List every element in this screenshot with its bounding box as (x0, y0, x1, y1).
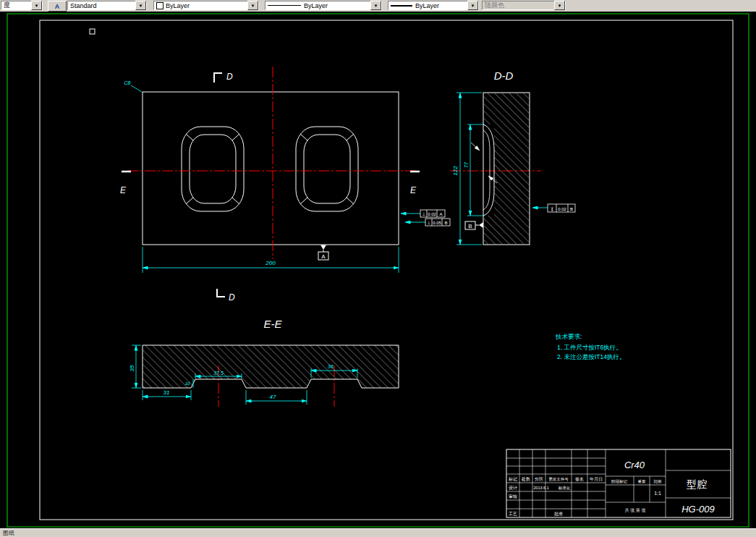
section-label-d-bottom: D (229, 292, 235, 303)
tol1-symbol: ⊥ (422, 212, 425, 216)
tol1-value: 0.02 (428, 212, 436, 216)
dim-ee-right-pocket: 36 (328, 364, 334, 369)
linetype-dropdown[interactable]: ByLayer ▼ (265, 1, 382, 10)
tb-zone: 分区 (535, 476, 543, 481)
grip-point[interactable] (90, 29, 95, 34)
tb-approve: 批准 (554, 512, 563, 517)
plot-style-dropdown: 随颜色 ▼ (482, 1, 566, 10)
color-value: ByLayer (166, 2, 190, 9)
tech-req-title: 技术要求: (555, 333, 582, 340)
color-dropdown[interactable]: ByLayer ▼ (153, 1, 259, 10)
dd-label: D-D (494, 69, 514, 82)
tb-mark: 标记 (508, 476, 517, 482)
text-style-dropdown[interactable]: Standard ▼ (67, 1, 147, 10)
chevron-down-icon[interactable]: ▼ (467, 1, 478, 10)
drawing-canvas[interactable]: D D E E 200 C8 A ⊥ 0.02 A ⊥ 0.0 (0, 12, 756, 528)
tb-count: 处数 (521, 476, 530, 482)
datum-b-label: B (468, 223, 472, 229)
dim-style-value: 度 (4, 1, 10, 10)
tol2-symbol: ⊥ (427, 221, 430, 225)
plan-dimensions: 200 C8 (124, 80, 399, 273)
dim-plan-width: 200 (265, 260, 276, 266)
plan-tolerance-frames: ⊥ 0.02 A ⊥ 0.05 B (401, 210, 450, 226)
section-label-e-left: E (120, 185, 127, 195)
dim-ee-left-offset: 31 (163, 389, 170, 396)
tb-scale: 比例 (654, 479, 662, 484)
tb-weight: 重量 (638, 479, 647, 483)
lineweight-value: ByLayer (415, 2, 439, 9)
tb-sheets: 共 张 第 张 (624, 508, 645, 513)
tb-part-name: 型腔 (687, 478, 707, 490)
tech-requirements: 技术要求: 1. 工件尺寸按IT6执行。 2. 未注公差按IT14执行。 (555, 333, 625, 360)
status-bar: 图纸 (0, 528, 756, 537)
linetype-value: ByLayer (304, 2, 328, 9)
tech-req-line1: 1. 工件尺寸按IT6执行。 (557, 344, 622, 351)
tb-design-date: 2013.6.1 (533, 486, 548, 490)
tb-standard: 标准化 (558, 486, 571, 491)
dim-dd-pocket: 77 (464, 161, 469, 168)
tol1-datum: A (439, 212, 442, 216)
drawing-area[interactable]: D D E E 200 C8 A ⊥ 0.02 A ⊥ 0.0 (0, 12, 756, 528)
tb-scale-value: 1:1 (654, 491, 661, 496)
tb-change-doc: 更改文件号 (548, 477, 569, 481)
chevron-down-icon[interactable]: ▼ (247, 1, 258, 10)
plan-view (143, 92, 399, 245)
text-style-value: Standard (70, 2, 97, 9)
viewport-border (7, 14, 749, 527)
dd-section: D-D 122 77 B ∥ 0.02 B (452, 69, 575, 245)
chamfer-note: C8 (124, 80, 131, 85)
tb-date: 年月日 (590, 477, 603, 482)
datum-a: A (318, 245, 328, 261)
section-label-e-right: E (410, 185, 417, 195)
dim-ee-chamfer: 10 (185, 381, 190, 386)
tech-req-line2: 2. 未注公差按IT14执行。 (557, 353, 625, 360)
text-style-icon: A (55, 3, 60, 10)
tol3-symbol: ∥ (551, 207, 553, 212)
dim-ee-height: 35 (129, 365, 135, 371)
plot-style-value: 随颜色 (485, 1, 504, 10)
layout-tab[interactable]: 图纸 (3, 529, 14, 537)
section-label-d-top: D (226, 72, 233, 82)
chevron-down-icon: ▼ (554, 1, 565, 10)
tb-drawing-no: HG-009 (681, 504, 715, 515)
ee-section: E-E 35 31 10 37.5 47 36 (129, 318, 399, 405)
tb-check: 审核 (509, 494, 517, 499)
chevron-down-icon[interactable]: ▼ (31, 1, 42, 10)
tol3-datum: B (570, 207, 573, 211)
text-style-button[interactable]: A (48, 1, 67, 12)
dim-dd-height: 122 (452, 166, 459, 176)
chevron-down-icon[interactable]: ▼ (370, 1, 381, 10)
tb-stage: 阶段标记 (611, 479, 628, 484)
chevron-down-icon[interactable]: ▼ (135, 1, 146, 10)
lineweight-dropdown[interactable]: ByLayer ▼ (388, 1, 479, 10)
toolbar: 度 ▼ A Standard ▼ ByLayer ▼ ByLayer ▼ ByL… (0, 0, 756, 12)
tol2-datum: B (444, 221, 447, 225)
linetype-sample-icon (268, 5, 301, 6)
tb-design: 设计 (509, 485, 517, 490)
tb-sign: 签名 (575, 477, 584, 482)
color-swatch-icon (156, 2, 163, 9)
tol3-value: 0.02 (558, 207, 566, 211)
tol2-value: 0.05 (433, 221, 441, 225)
dim-style-dropdown[interactable]: 度 ▼ (1, 1, 43, 10)
tb-material: Cr40 (624, 460, 645, 470)
dim-ee-left-pocket: 37.5 (213, 371, 224, 376)
dim-ee-between: 47 (270, 394, 276, 400)
ee-label: E-E (263, 318, 282, 330)
tb-process: 工艺 (509, 511, 517, 516)
lineweight-sample-icon (391, 5, 412, 7)
title-block: 标记 处数 分区 更改文件号 签名 年月日 设计 2013.6.1 标准化 审核… (506, 449, 731, 517)
datum-a-label: A (321, 253, 326, 260)
